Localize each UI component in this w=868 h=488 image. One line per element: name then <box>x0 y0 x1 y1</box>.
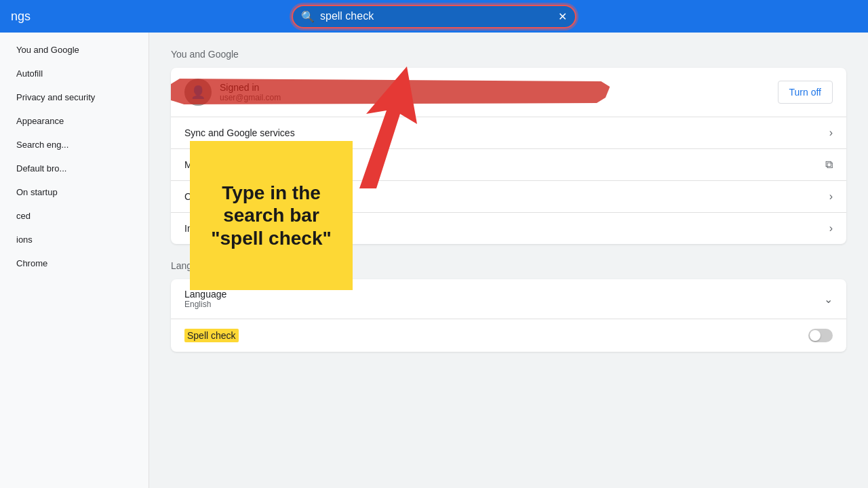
account-info: 👤 Signed in user@gmail.com <box>184 79 281 106</box>
chevron-right-icon: › <box>829 127 833 139</box>
sidebar-item-privacy[interactable]: Privacy and security <box>0 85 149 109</box>
menu-row-import[interactable]: Import bookmarks and settings › <box>171 213 846 244</box>
language-chevron-icon: ⌄ <box>824 293 833 306</box>
sidebar-item-appearance[interactable]: Appearance <box>0 109 149 133</box>
menu-row-sync[interactable]: Sync and Google services › <box>171 117 846 148</box>
you-google-section-title: You and Google <box>171 49 846 60</box>
menu-row-customize[interactable]: Customize your Chrome profile › <box>171 181 846 212</box>
clear-search-icon[interactable]: ✕ <box>558 10 567 23</box>
app-title: ngs <box>11 9 31 24</box>
spellcheck-row: Spell check <box>171 319 846 352</box>
import-label: Import bookmarks and settings <box>184 223 314 234</box>
account-row: 👤 Signed in user@gmail.com Turn off <box>171 68 846 117</box>
sidebar-item-you-and-google[interactable]: You and Google <box>0 38 149 62</box>
chevron-right-icon-2: › <box>829 190 833 203</box>
layout: You and Google Autofill Privacy and secu… <box>0 33 868 488</box>
sidebar-item-default-browser[interactable]: Default bro... <box>0 157 149 180</box>
turn-off-button[interactable]: Turn off <box>778 81 833 104</box>
search-container: 🔍 ✕ <box>292 5 576 28</box>
sidebar-item-advanced[interactable]: ced <box>0 204 149 228</box>
search-input[interactable] <box>320 10 553 22</box>
language-value: English <box>184 300 226 309</box>
account-text: Signed in user@gmail.com <box>220 82 281 102</box>
toggle-knob <box>810 330 821 341</box>
chevron-right-icon-3: › <box>829 222 833 235</box>
language-label: Language <box>184 289 226 300</box>
sidebar-item-search-engine[interactable]: Search eng... <box>0 133 149 157</box>
languages-section-title: Languages <box>171 260 846 271</box>
account-email: user@gmail.com <box>220 93 281 102</box>
external-link-icon: ⧉ <box>825 159 833 171</box>
search-icon: 🔍 <box>301 10 315 23</box>
avatar: 👤 <box>184 79 212 106</box>
customize-label: Customize your Chrome profile <box>184 191 315 202</box>
sidebar-item-on-startup[interactable]: On startup <box>0 180 149 204</box>
account-card: 👤 Signed in user@gmail.com Turn off Sync… <box>171 68 846 244</box>
sidebar: You and Google Autofill Privacy and secu… <box>0 33 149 488</box>
sidebar-item-extensions[interactable]: ions <box>0 228 149 251</box>
spellcheck-label: Spell check <box>184 329 239 342</box>
account-name: Signed in <box>220 82 281 93</box>
main-content: You and Google 👤 Signed in user@gmail.co… <box>149 33 868 488</box>
top-bar: ngs 🔍 ✕ <box>0 0 868 33</box>
language-row[interactable]: Language English ⌄ <box>171 279 846 319</box>
sidebar-item-chrome[interactable]: Chrome <box>0 251 149 275</box>
menu-row-manage-account[interactable]: Manage your Google Account ⧉ <box>171 149 846 180</box>
language-info: Language English <box>184 289 226 309</box>
sidebar-item-autofill[interactable]: Autofill <box>0 62 149 85</box>
search-box: 🔍 ✕ <box>292 5 576 28</box>
manage-account-label: Manage your Google Account <box>184 159 309 170</box>
languages-card: Language English ⌄ Spell check <box>171 279 846 352</box>
sync-label: Sync and Google services <box>184 127 295 138</box>
spellcheck-toggle[interactable] <box>808 329 833 342</box>
